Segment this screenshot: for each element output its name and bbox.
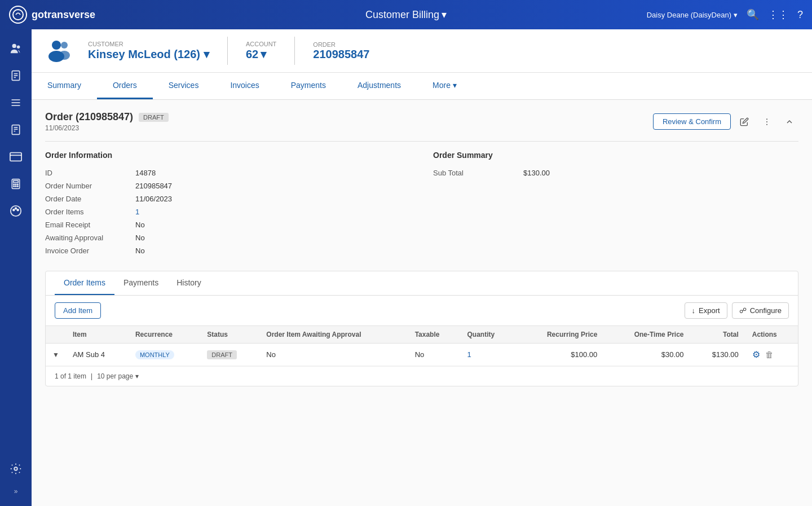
add-item-button[interactable]: Add Item [55, 302, 101, 319]
tab-more[interactable]: More ▾ [417, 73, 473, 99]
top-navigation: gotransverse Customer Billing ▾ Daisy De… [0, 0, 812, 29]
sub-tab-history[interactable]: History [167, 271, 210, 295]
row-taxable: No [408, 344, 461, 366]
sidebar-item-customers[interactable] [3, 36, 28, 61]
info-label-invoice-order: Invoice Order [45, 247, 135, 255]
customer-chevron-icon[interactable]: ▾ [204, 47, 209, 61]
per-page-chevron-icon: ▾ [135, 372, 139, 380]
tab-payments[interactable]: Payments [275, 73, 342, 99]
order-info-grid: Order Information ID 14878 Order Number … [45, 151, 798, 257]
sidebar-item-calculator[interactable] [3, 171, 28, 196]
svg-point-20 [17, 184, 19, 185]
svg-point-19 [15, 184, 16, 185]
row-delete-button[interactable]: 🗑 [765, 350, 774, 359]
order-block: ORDER 210985847 [313, 41, 369, 61]
sub-tab-payments[interactable]: Payments [114, 271, 167, 295]
order-header: Order (210985847) DRAFT 11/06/2023 Revie… [45, 111, 798, 132]
items-toolbar: Add Item ↓ Export ☍ Configure [46, 296, 798, 325]
edit-button[interactable] [735, 113, 753, 131]
tab-summary[interactable]: Summary [32, 73, 97, 99]
svg-point-1 [12, 44, 16, 48]
sidebar-item-documents[interactable] [3, 63, 28, 88]
svg-point-33 [766, 118, 767, 120]
info-label-order-number: Order Number [45, 182, 135, 190]
info-value-subtotal: $130.00 [523, 169, 550, 177]
user-menu[interactable]: Daisy Deane (DaisyDean) ▾ [647, 11, 738, 19]
sidebar-item-settings[interactable] [3, 456, 28, 481]
info-row-order-date: Order Date 11/06/2023 [45, 192, 411, 205]
page-content: Order (210985847) DRAFT 11/06/2023 Revie… [32, 100, 812, 506]
export-icon: ↓ [692, 306, 696, 315]
sub-tab-order-items[interactable]: Order Items [55, 271, 114, 295]
sub-tabs: Order Items Payments History [46, 271, 798, 296]
order-items-section: Order Items Payments History Add Item ↓ … [45, 271, 798, 386]
col-quantity: Quantity [461, 326, 517, 344]
svg-point-23 [17, 186, 19, 187]
info-value-order-date: 11/06/2023 [135, 195, 172, 203]
tab-orders[interactable]: Orders [97, 73, 153, 99]
review-confirm-button[interactable]: Review & Confirm [653, 113, 731, 130]
order-actions: Review & Confirm [653, 113, 798, 131]
row-actions: ⚙ 🗑 [745, 344, 798, 366]
sidebar-item-palette[interactable] [3, 199, 28, 223]
svg-point-35 [766, 124, 767, 125]
info-row-order-number: Order Number 210985847 [45, 179, 411, 192]
sidebar: » [0, 29, 32, 506]
pagination-info: 1 of 1 item [55, 372, 86, 380]
col-one-time-price: One-Time Price [604, 326, 690, 344]
sidebar-expand[interactable]: » [3, 483, 28, 499]
search-icon[interactable]: 🔍 [747, 8, 759, 21]
col-actions: Actions [745, 326, 798, 344]
info-value-order-items[interactable]: 1 [135, 208, 139, 216]
tab-services[interactable]: Services [153, 73, 215, 99]
row-expand[interactable]: ▼ [46, 344, 66, 366]
quantity-link[interactable]: 1 [467, 350, 471, 359]
order-title: Order (210985847) DRAFT [45, 111, 169, 123]
info-value-invoice-order: No [135, 247, 145, 255]
svg-point-32 [59, 51, 70, 60]
help-icon[interactable]: ? [797, 9, 803, 21]
info-label-subtotal: Sub Total [433, 169, 523, 177]
customer-name: Kinsey McLeod (126) ▾ [88, 47, 209, 61]
sidebar-item-lists[interactable] [3, 90, 28, 115]
svg-rect-14 [10, 153, 21, 161]
table-footer: 1 of 1 item | 10 per page ▾ [46, 366, 798, 386]
export-button[interactable]: ↓ Export [685, 302, 727, 319]
separator-2 [294, 37, 295, 65]
top-nav-right: Daisy Deane (DaisyDean) ▾ 🔍 ⋮⋮ ? [647, 8, 803, 21]
customer-label: CUSTOMER [88, 41, 209, 47]
info-label-email-receipt: Email Receipt [45, 221, 135, 229]
pagination-separator: | [91, 372, 92, 380]
svg-point-22 [15, 186, 16, 187]
row-gear-button[interactable]: ⚙ [752, 350, 760, 359]
info-value-awaiting-approval: No [135, 234, 145, 242]
tab-invoices[interactable]: Invoices [214, 73, 275, 99]
order-title-block: Order (210985847) DRAFT 11/06/2023 [45, 111, 169, 132]
app-logo[interactable]: gotransverse [9, 6, 95, 24]
account-chevron-icon[interactable]: ▾ [261, 47, 266, 61]
info-value-order-number: 210985847 [135, 182, 172, 190]
collapse-button[interactable] [780, 113, 798, 131]
order-info-title: Order Information [45, 151, 411, 160]
row-item: AM Sub 4 [66, 344, 129, 366]
more-options-button[interactable] [758, 113, 776, 131]
apps-icon[interactable]: ⋮⋮ [768, 8, 788, 21]
col-status: Status [200, 326, 259, 344]
svg-point-34 [766, 121, 767, 122]
row-status: DRAFT [200, 344, 259, 366]
info-label-id: ID [45, 169, 135, 177]
table-header-row: Item Recurrence Status Order Item Awaiti… [46, 326, 798, 344]
sidebar-item-invoices[interactable] [3, 117, 28, 142]
sidebar-item-payments[interactable] [3, 144, 28, 169]
order-date: 11/06/2023 [45, 124, 169, 132]
per-page-selector[interactable]: 10 per page ▾ [97, 372, 139, 380]
info-value-email-receipt: No [135, 221, 145, 229]
customer-header: CUSTOMER Kinsey McLeod (126) ▾ ACCOUNT 6… [32, 29, 812, 73]
configure-button[interactable]: ☍ Configure [732, 302, 789, 319]
col-recurrence: Recurrence [129, 326, 200, 344]
toolbar-right: ↓ Export ☍ Configure [685, 302, 789, 319]
tab-adjustments[interactable]: Adjustments [342, 73, 417, 99]
order-label: ORDER [313, 41, 369, 48]
content-area: CUSTOMER Kinsey McLeod (126) ▾ ACCOUNT 6… [32, 29, 812, 506]
info-row-invoice-order: Invoice Order No [45, 244, 411, 257]
